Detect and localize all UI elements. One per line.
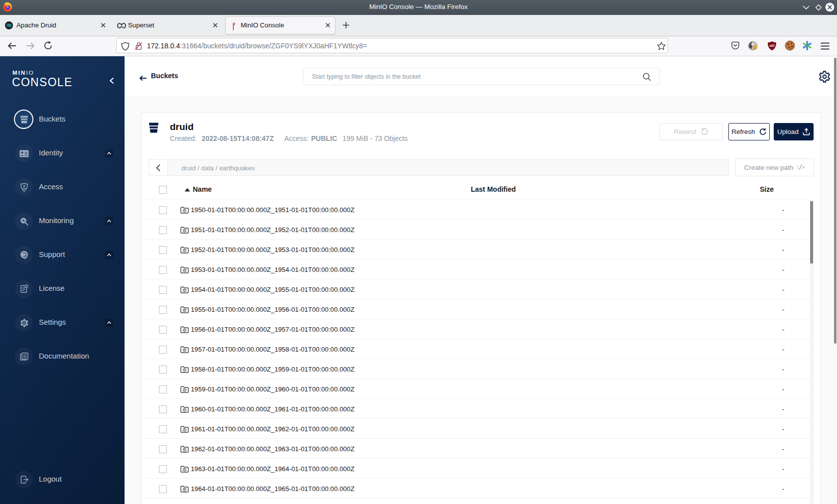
svg-text:uO: uO [770, 44, 775, 47]
